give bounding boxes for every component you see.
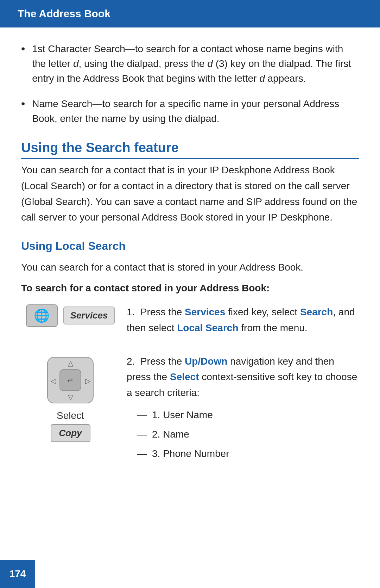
step-1-icons: 🌐 Services	[21, 304, 120, 330]
list-text-1: 1. User Name	[152, 407, 213, 423]
svg-text:↵: ↵	[67, 376, 74, 385]
dash-3: —	[137, 446, 147, 462]
section-heading: Using the Search feature	[21, 140, 359, 159]
phone-icon-button: 🌐	[26, 304, 58, 327]
step-1-text: 1. Press the Services fixed key, select …	[127, 304, 359, 336]
step-2-link-select: Select	[170, 371, 199, 382]
step-1-link-services: Services	[185, 307, 225, 317]
step-2-number: 2.	[127, 356, 138, 367]
bullet-dot-1: •	[21, 42, 25, 55]
page-footer: 174	[0, 560, 35, 588]
bullet-item-2: • Name Search—to search for a specific n…	[21, 97, 359, 126]
select-label: Select	[57, 410, 84, 421]
subsection-body: You can search for a contact that is sto…	[21, 260, 359, 276]
step-1-icons-row: 🌐 Services	[26, 304, 115, 327]
dash-1: —	[137, 407, 147, 423]
copy-button[interactable]: Copy	[51, 424, 90, 442]
svg-text:◁: ◁	[51, 377, 56, 385]
step-2-row: ↵ △ ▽ ◁ ▷ Select Copy 2. Press the Up/Do…	[21, 354, 359, 465]
page-content: • 1st Character Search—to search for a c…	[0, 27, 380, 518]
page-number: 174	[10, 568, 26, 580]
svg-text:▽: ▽	[68, 393, 74, 401]
header-bar: The Address Book	[0, 0, 380, 27]
bullet-text-1: 1st Character Search—to search for a con…	[32, 42, 359, 86]
services-button[interactable]: Services	[63, 307, 115, 324]
list-item-2: — 2. Name	[127, 427, 359, 442]
nav-key-svg: ↵ △ ▽ ◁ ▷	[44, 354, 97, 407]
dash-2: —	[137, 427, 147, 442]
step-1-number: 1.	[127, 307, 138, 317]
subsection-heading: Using Local Search	[21, 240, 359, 253]
header-title: The Address Book	[18, 8, 110, 19]
list-text-3: 3. Phone Number	[152, 446, 229, 462]
list-item-3: — 3. Phone Number	[127, 446, 359, 462]
step-1-before: Press the	[140, 307, 185, 317]
step-2-list: — 1. User Name — 2. Name — 3. Phone Numb…	[127, 407, 359, 462]
section-body: You can search for a contact that is in …	[21, 162, 359, 225]
step-1-mid1: fixed key, select	[225, 307, 300, 317]
step-2-icons: ↵ △ ▽ ◁ ▷ Select Copy	[21, 354, 120, 442]
bullet-item-1: • 1st Character Search—to search for a c…	[21, 42, 359, 86]
nav-key-icon: ↵ △ ▽ ◁ ▷	[44, 354, 97, 407]
step-1-row: 🌐 Services 1. Press the Services fixed k…	[21, 304, 359, 336]
list-text-2: 2. Name	[152, 427, 189, 442]
svg-text:△: △	[68, 359, 74, 367]
bullet-dot-2: •	[21, 97, 25, 110]
step-1-link-search: Search	[300, 307, 333, 317]
list-item-1: — 1. User Name	[127, 407, 359, 423]
bullet-section: • 1st Character Search—to search for a c…	[21, 42, 359, 126]
bullet-text-2: Name Search—to search for a specific nam…	[32, 97, 359, 126]
step-2-link-updown: Up/Down	[185, 356, 227, 367]
step-2-text: 2. Press the Up/Down navigation key and …	[127, 354, 359, 465]
svg-text:▷: ▷	[85, 377, 91, 385]
step-2-before: Press the	[140, 356, 185, 367]
step-1-end: from the menu.	[239, 322, 308, 333]
step-1-link-local: Local Search	[177, 322, 238, 333]
bold-instruction: To search for a contact stored in your A…	[21, 283, 359, 294]
